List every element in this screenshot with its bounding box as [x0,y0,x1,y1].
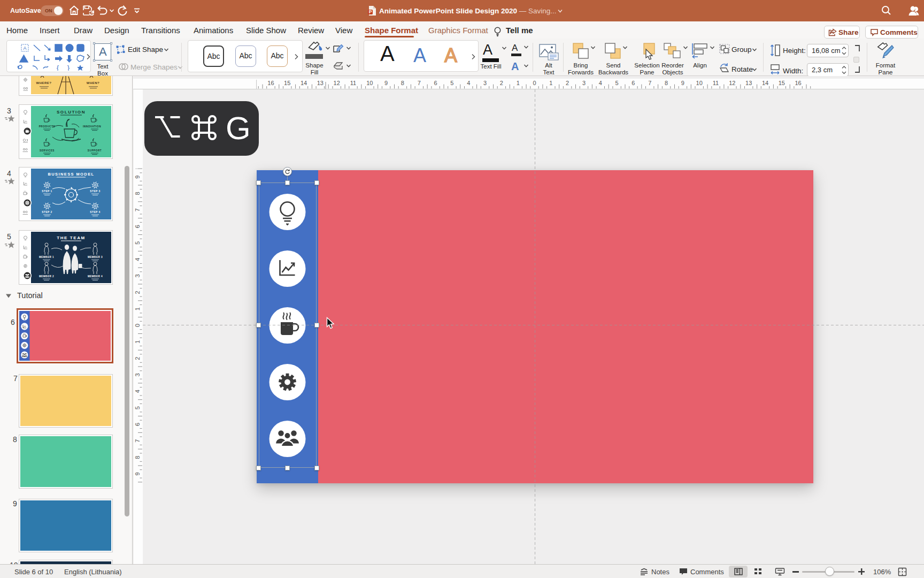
svg-text:14: 14 [301,80,307,86]
svg-text:3: 3 [483,80,487,86]
svg-text:15: 15 [284,80,290,86]
svg-text:9: 9 [384,80,388,86]
svg-text:2: 2 [566,80,569,86]
svg-text:9: 9 [134,472,141,475]
svg-text:5: 5 [615,80,619,86]
svg-text:6: 6 [134,423,141,426]
svg-text:13: 13 [317,80,324,86]
svg-text:6: 6 [134,225,141,228]
svg-text:STEP 1: STEP 1 [42,190,52,193]
svg-text:10: 10 [366,80,373,86]
svg-text:1: 1 [517,80,520,86]
svg-text:6: 6 [632,80,635,86]
svg-text:A: A [23,45,26,51]
svg-text:1: 1 [134,307,141,310]
svg-text:8: 8 [401,80,404,86]
svg-text:1: 1 [549,80,552,86]
svg-text:1: 1 [134,340,141,344]
svg-text:SERVICES: SERVICES [40,149,55,152]
svg-text:P: P [369,9,372,14]
svg-text:MEMBER 2: MEMBER 2 [39,275,54,278]
svg-text:7: 7 [418,80,421,86]
svg-text:9: 9 [134,176,141,179]
svg-text:2: 2 [134,357,141,360]
svg-text:}: } [67,64,70,71]
svg-text:MEMBER 3: MEMBER 3 [88,256,103,258]
svg-text:12: 12 [334,80,340,86]
svg-text:16: 16 [795,80,801,86]
svg-text:14: 14 [762,80,768,86]
svg-text:WHEN?: WHEN? [87,81,100,85]
svg-text:11: 11 [350,80,356,86]
svg-text:STEP 4: STEP 4 [90,211,100,214]
svg-text:7: 7 [648,80,651,86]
svg-text:STEP 3: STEP 3 [90,190,100,193]
svg-text:2: 2 [500,80,503,86]
svg-text:PRODUCTS: PRODUCTS [39,125,56,128]
svg-text:5: 5 [450,80,453,86]
svg-text:WHERE?: WHERE? [36,81,52,85]
svg-text:5: 5 [134,241,141,245]
svg-text:8: 8 [134,192,141,195]
svg-text:5: 5 [134,406,141,409]
svg-text:2: 2 [134,291,141,294]
svg-text:SUPPORT: SUPPORT [88,149,102,152]
svg-text:3: 3 [582,80,586,86]
svg-text:3: 3 [134,274,141,277]
svg-text:BUSINESS MODEL: BUSINESS MODEL [48,172,94,177]
svg-text:0: 0 [533,80,536,86]
svg-text:7: 7 [134,439,141,443]
svg-text:15: 15 [779,80,785,86]
svg-text:10: 10 [696,80,703,86]
svg-text:8: 8 [134,456,141,459]
svg-text:7: 7 [134,208,141,211]
svg-text:4: 4 [134,258,141,261]
svg-text:4: 4 [134,390,141,393]
svg-text:9: 9 [681,80,684,86]
svg-text:MEMBER 4: MEMBER 4 [88,275,103,278]
svg-text:13: 13 [745,80,752,86]
svg-text:THE TEAM: THE TEAM [57,235,86,240]
svg-text:MEMBER 1: MEMBER 1 [39,256,54,258]
svg-text:3: 3 [134,373,141,376]
svg-text:6: 6 [434,80,437,86]
svg-text:SOLUTION: SOLUTION [57,110,86,115]
svg-text:0: 0 [134,324,141,327]
svg-text:INNOVATION: INNOVATION [83,125,101,128]
svg-text:11: 11 [713,80,719,86]
svg-text:G: G [226,110,251,146]
svg-text:STEP 2: STEP 2 [42,211,52,214]
svg-text:4: 4 [467,80,470,86]
svg-text:4: 4 [599,80,602,86]
svg-text:{: { [57,64,59,71]
svg-text:8: 8 [665,80,668,86]
svg-text:16: 16 [267,80,274,86]
svg-text:12: 12 [729,80,735,86]
